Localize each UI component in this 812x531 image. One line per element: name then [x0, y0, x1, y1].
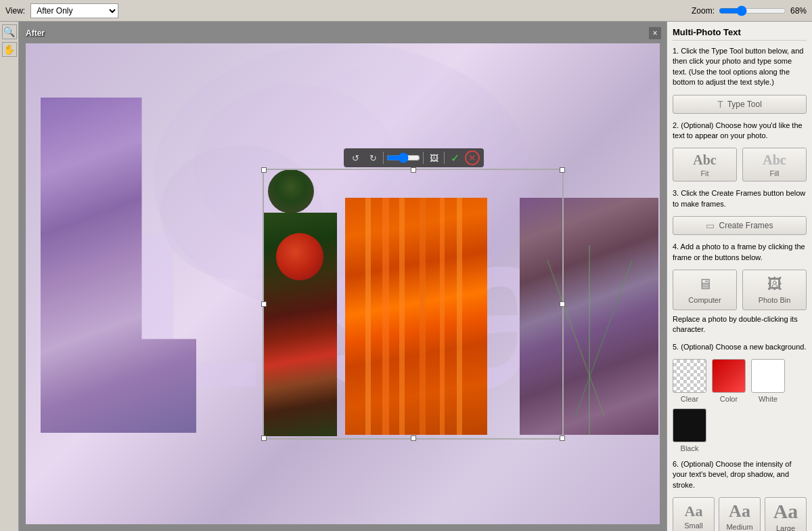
background-options: Clear Color White Black [673, 359, 807, 452]
bg-white-label: White [759, 395, 777, 403]
computer-icon: 🖥 [698, 276, 713, 293]
text-style-options: Abc Fit Abc Fill [673, 148, 807, 182]
computer-button[interactable]: 🖥 Computer [673, 270, 737, 310]
bg-clear-option[interactable]: Clear [673, 359, 706, 403]
panel-title: Multi-Photo Text [673, 27, 807, 41]
step6-text: 6. (Optional) Choose the intensity of yo… [673, 459, 807, 490]
fill-label: Fill [769, 169, 779, 177]
right-panel: Multi-Photo Text 1. Click the Type Tool … [667, 22, 812, 531]
add-photo-button[interactable]: 🖼 [426, 150, 441, 165]
handle-bot-right[interactable] [560, 436, 565, 441]
photo-bin-button[interactable]: 🖼 Photo Bin [742, 270, 807, 310]
bg-black-label: Black [681, 444, 699, 452]
bg-black-swatch[interactable] [673, 408, 706, 442]
toolbar-divider3 [444, 152, 445, 164]
bg-color-option[interactable]: Color [712, 359, 746, 403]
step2-text: 2. (Optional) Choose how you'd like the … [673, 121, 807, 142]
replace-text: Replace a photo by double-clicking its c… [673, 314, 807, 335]
handle-top-right[interactable] [560, 167, 565, 173]
pan-tool-button[interactable]: ✋ [2, 42, 17, 57]
photo-canvas[interactable]: Lisa ↺ ↻ 🖼 ✓ [26, 43, 660, 524]
handle-bot-center[interactable] [411, 436, 416, 441]
main-content: 🔍 ✋ After × [0, 22, 812, 531]
handle-top-left[interactable] [261, 167, 267, 173]
intensity-options: Aa Small Aa Medium Aa Large [673, 497, 807, 531]
intensity-small-button[interactable]: Aa Small [673, 497, 715, 531]
redo-button[interactable]: ↻ [365, 150, 380, 165]
canvas-area: After × [19, 22, 667, 531]
cancel-button[interactable]: ✕ [465, 150, 480, 165]
intensity-small-icon: Aa [685, 503, 703, 520]
left-toolbar: 🔍 ✋ [0, 22, 19, 531]
fill-style-button[interactable]: Abc Fill [742, 148, 807, 182]
photo-bin-icon: 🖼 [767, 276, 782, 293]
confirm-button[interactable]: ✓ [447, 150, 462, 165]
step4-text: 4. Add a photo to a frame by clicking th… [673, 242, 807, 263]
pan-icon: ✋ [3, 44, 15, 55]
close-button[interactable]: × [649, 27, 661, 39]
fit-style-icon: Abc [693, 152, 716, 168]
fill-style-icon: Abc [763, 152, 786, 168]
handle-mid-left[interactable] [261, 301, 267, 307]
intensity-small-label: Small [684, 522, 703, 530]
type-tool-button[interactable]: T Type Tool [673, 95, 807, 114]
handle-top-center[interactable] [411, 167, 416, 173]
bg-clear-label: Clear [681, 395, 698, 403]
toolbar-divider [383, 152, 384, 164]
selection-box[interactable] [263, 169, 564, 440]
type-tool-label: Type Tool [727, 100, 762, 109]
photo-source-options: 🖥 Computer 🖼 Photo Bin [673, 270, 807, 310]
zoom-tool-button[interactable]: 🔍 [2, 24, 17, 39]
bg-white-swatch[interactable] [751, 359, 785, 393]
intensity-large-icon: Aa [773, 500, 798, 523]
photo-bin-label: Photo Bin [759, 296, 791, 304]
zoom-label: Zoom: [692, 6, 715, 16]
view-select[interactable]: After Only [30, 3, 118, 18]
intensity-large-label: Large [776, 524, 795, 531]
top-toolbar: View: After Only Zoom: 68% [0, 0, 812, 22]
zoom-icon: 🔍 [3, 26, 15, 37]
bg-color-label: Color [720, 395, 738, 403]
bg-clear-swatch[interactable] [673, 359, 706, 393]
opacity-slider[interactable] [386, 152, 420, 163]
intensity-medium-label: Medium [726, 523, 752, 531]
intensity-medium-button[interactable]: Aa Medium [719, 497, 761, 531]
bg-color-swatch[interactable] [712, 359, 746, 393]
after-label: After [26, 28, 45, 38]
float-toolbar: ↺ ↻ 🖼 ✓ ✕ [344, 148, 484, 167]
computer-label: Computer [688, 296, 721, 304]
zoom-percent: 68% [790, 6, 807, 16]
create-frames-label: Create Frames [719, 221, 773, 230]
handle-bot-left[interactable] [261, 436, 267, 441]
bg-white-option[interactable]: White [751, 359, 785, 403]
create-frames-button[interactable]: ▭ Create Frames [673, 216, 807, 235]
zoom-section: Zoom: 68% [692, 5, 807, 16]
step3-text: 3. Click the Create Frames button below … [673, 188, 807, 209]
intensity-large-button[interactable]: Aa Large [765, 497, 807, 531]
bg-black-option[interactable]: Black [673, 408, 706, 452]
fit-style-button[interactable]: Abc Fit [673, 148, 737, 182]
intensity-medium-icon: Aa [729, 501, 750, 522]
view-label: View: [5, 6, 25, 16]
toolbar-divider2 [423, 152, 424, 164]
step1-text: 1. Click the Type Tool button below, and… [673, 46, 807, 88]
undo-button[interactable]: ↺ [348, 150, 363, 165]
step5-text: 5. (Optional) Choose a new background. [673, 342, 807, 352]
handle-mid-right[interactable] [560, 301, 565, 307]
type-tool-icon: T [717, 99, 723, 110]
frames-icon: ▭ [706, 220, 715, 231]
fit-label: Fit [700, 169, 708, 177]
zoom-slider[interactable] [719, 5, 786, 16]
